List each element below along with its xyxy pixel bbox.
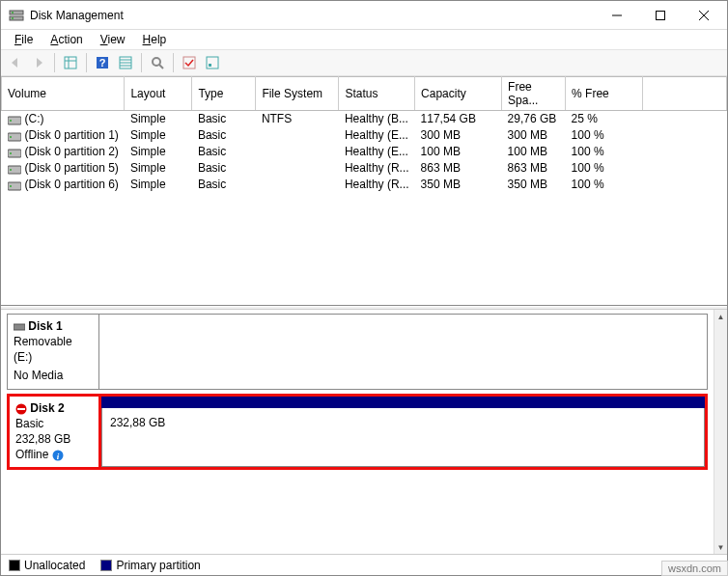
volume-capacity: 300 MB	[415, 127, 502, 144]
toolbar-separator	[54, 53, 55, 72]
disk1-header: Disk 1 Removable (E:) No Media	[8, 315, 99, 389]
svg-rect-19	[183, 57, 195, 69]
volume-pct: 100 %	[566, 177, 643, 193]
volume-status: Healthy (E...	[339, 127, 415, 144]
volume-list[interactable]: Volume Layout Type File System Status Ca…	[1, 76, 727, 306]
volume-type: Basic	[192, 111, 256, 127]
col-fs[interactable]: File System	[256, 77, 339, 111]
scroll-down-icon[interactable]: ▼	[714, 540, 727, 554]
vertical-scrollbar[interactable]: ▲ ▼	[714, 310, 727, 554]
volume-name: (Disk 0 partition 6)	[25, 178, 119, 191]
menu-file[interactable]: File	[7, 31, 41, 48]
svg-point-31	[10, 185, 12, 187]
manage-button[interactable]	[202, 52, 223, 73]
col-pctfree[interactable]: % Free	[566, 77, 643, 111]
watermark: wsxdn.com	[661, 561, 728, 576]
volume-row[interactable]: (Disk 0 partition 1)SimpleBasicHealthy (…	[2, 127, 727, 144]
refresh-button[interactable]	[147, 52, 168, 73]
volume-pct: 100 %	[566, 127, 643, 144]
svg-point-17	[153, 58, 160, 66]
disk2-type: Basic	[15, 417, 43, 430]
toolbar-separator	[86, 53, 87, 72]
volume-fs	[256, 177, 339, 193]
disk1-body[interactable]	[99, 315, 707, 389]
svg-point-29	[10, 169, 12, 171]
maximize-button[interactable]	[638, 1, 682, 29]
volume-layout: Simple	[125, 177, 192, 193]
volume-type: Basic	[192, 177, 256, 193]
check-button[interactable]	[179, 52, 200, 73]
minimize-button[interactable]	[595, 1, 638, 29]
svg-rect-32	[14, 324, 25, 330]
forward-button[interactable]	[28, 52, 49, 73]
volume-capacity: 117,54 GB	[415, 111, 502, 127]
volume-icon	[8, 148, 21, 157]
disk2-row[interactable]: Disk 2 Basic 232,88 GB Offline i 232,88 …	[7, 394, 708, 470]
disk2-body[interactable]: 232,88 GB	[101, 397, 705, 467]
window-title: Disk Management	[30, 9, 595, 22]
disk1-media: No Media	[14, 366, 93, 385]
svg-point-2	[12, 12, 14, 14]
volume-pct: 25 %	[566, 111, 643, 127]
volume-free: 300 MB	[502, 127, 566, 144]
back-button[interactable]	[5, 52, 26, 73]
col-layout[interactable]: Layout	[125, 77, 192, 111]
disk1-type: Removable (E:)	[14, 335, 72, 364]
col-capacity[interactable]: Capacity	[415, 77, 502, 111]
col-free[interactable]: Free Spa...	[502, 77, 566, 111]
volume-free: 350 MB	[502, 177, 566, 193]
menu-view[interactable]: View	[93, 31, 133, 48]
help-button[interactable]: ?	[92, 52, 113, 73]
scroll-up-icon[interactable]: ▲	[714, 310, 727, 323]
column-headers[interactable]: Volume Layout Type File System Status Ca…	[2, 77, 727, 111]
col-volume[interactable]: Volume	[2, 77, 125, 111]
disk2-state: Offline	[15, 448, 48, 461]
disk1-name: Disk 1	[28, 319, 62, 333]
menu-bar: File Action View Help	[1, 30, 727, 49]
disk-list-button[interactable]	[115, 52, 136, 73]
legend-unallocated: Unallocated	[9, 559, 85, 572]
volume-status: Healthy (E...	[339, 144, 415, 160]
volume-row[interactable]: (Disk 0 partition 5)SimpleBasicHealthy (…	[2, 160, 727, 177]
col-status[interactable]: Status	[339, 77, 415, 111]
volume-layout: Simple	[125, 127, 192, 144]
volume-icon	[8, 180, 21, 190]
volume-name: (C:)	[25, 112, 44, 125]
volume-type: Basic	[192, 144, 256, 160]
volume-pct: 100 %	[566, 160, 643, 177]
volume-fs	[256, 127, 339, 144]
volume-layout: Simple	[125, 111, 192, 127]
volume-capacity: 863 MB	[415, 160, 502, 177]
volume-layout: Simple	[125, 160, 192, 177]
toolbar: ?	[1, 49, 727, 76]
volume-row[interactable]: (C:)SimpleBasicNTFSHealthy (B...117,54 G…	[2, 111, 727, 127]
title-bar: Disk Management	[1, 1, 727, 30]
svg-point-25	[10, 136, 12, 138]
volume-row[interactable]: (Disk 0 partition 6)SimpleBasicHealthy (…	[2, 177, 727, 193]
legend: Unallocated Primary partition	[1, 554, 727, 575]
menu-help[interactable]: Help	[135, 31, 175, 48]
volume-layout: Simple	[125, 144, 192, 160]
close-button[interactable]	[682, 1, 725, 29]
svg-rect-34	[17, 408, 25, 410]
svg-line-18	[159, 65, 163, 69]
svg-text:?: ?	[99, 57, 106, 69]
volume-row[interactable]: (Disk 0 partition 2)SimpleBasicHealthy (…	[2, 144, 727, 160]
volume-type: Basic	[192, 160, 256, 177]
disk2-header: Disk 2 Basic 232,88 GB Offline i	[10, 397, 101, 467]
volume-name: (Disk 0 partition 2)	[25, 145, 119, 158]
volume-type: Basic	[192, 127, 256, 144]
disk1-row[interactable]: Disk 1 Removable (E:) No Media	[7, 314, 708, 390]
svg-point-3	[12, 17, 14, 19]
col-type[interactable]: Type	[192, 77, 256, 111]
partition-label[interactable]: 232,88 GB	[101, 408, 705, 467]
menu-action[interactable]: Action	[42, 31, 90, 48]
disk-icon	[14, 321, 25, 333]
settings-grid-button[interactable]	[60, 52, 81, 73]
volume-name: (Disk 0 partition 5)	[25, 161, 119, 175]
svg-rect-21	[209, 64, 211, 67]
info-icon[interactable]: i	[52, 450, 64, 461]
toolbar-separator	[141, 53, 142, 72]
svg-point-27	[10, 152, 12, 154]
volume-icon	[8, 164, 21, 174]
